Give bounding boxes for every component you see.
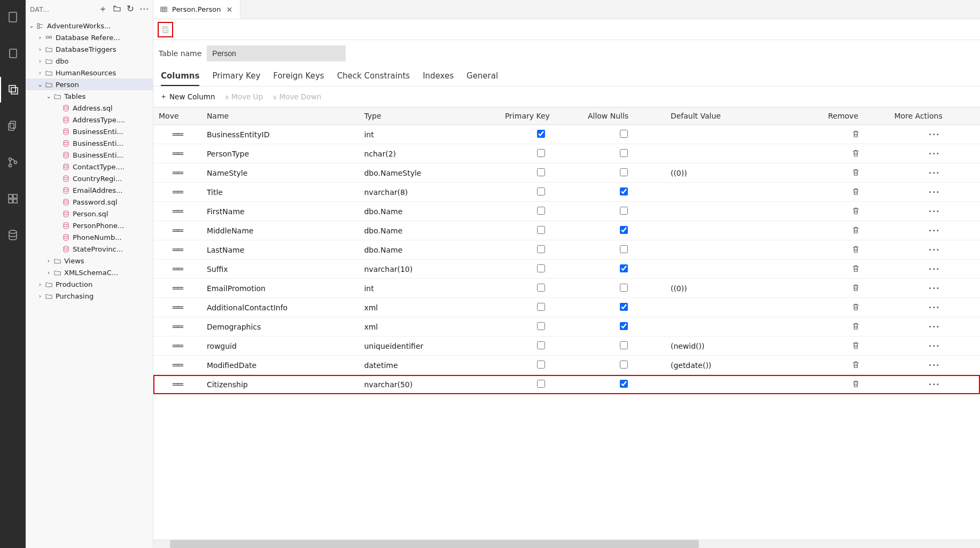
drag-handle-icon[interactable]: ══ — [173, 321, 182, 332]
allow-nulls-checkbox[interactable] — [620, 149, 628, 157]
drag-handle-icon[interactable]: ══ — [173, 340, 182, 351]
tree-file[interactable]: StateProvinc... — [26, 243, 153, 255]
cell-type[interactable]: dbo.Name — [359, 221, 500, 240]
cell-type[interactable]: int — [359, 125, 500, 144]
cell-type[interactable]: xml — [359, 298, 500, 317]
cell-type[interactable]: nvarchar(8) — [359, 183, 500, 202]
allow-nulls-checkbox[interactable] — [620, 264, 628, 272]
cell-name[interactable]: Citizenship — [201, 375, 359, 394]
drag-handle-icon[interactable]: ══ — [173, 244, 182, 255]
tree-file[interactable]: BusinessEnti... — [26, 137, 153, 149]
row-more-icon[interactable]: ··· — [929, 150, 940, 158]
cell-default[interactable]: ((0)) — [665, 163, 823, 183]
tree-file[interactable]: PersonPhone... — [26, 220, 153, 231]
cell-default[interactable] — [665, 221, 823, 240]
cell-default[interactable]: (newid()) — [665, 336, 823, 356]
delete-icon[interactable] — [851, 283, 860, 292]
activity-explorer-icon[interactable] — [0, 77, 26, 103]
primary-key-checkbox[interactable] — [537, 361, 545, 369]
horizontal-scrollbar[interactable] — [153, 539, 980, 548]
drag-handle-icon[interactable]: ══ — [173, 148, 182, 159]
cell-type[interactable]: xml — [359, 317, 500, 336]
delete-icon[interactable] — [851, 187, 860, 196]
cell-type[interactable]: nvarchar(10) — [359, 260, 500, 279]
drag-handle-icon[interactable]: ══ — [173, 283, 182, 294]
cell-default[interactable] — [665, 298, 823, 317]
activity-copy-icon[interactable] — [0, 113, 26, 139]
tree-xmlschema[interactable]: › XMLSchemaC... — [26, 267, 153, 278]
allow-nulls-checkbox[interactable] — [620, 361, 628, 369]
delete-icon[interactable] — [851, 225, 860, 234]
cell-default[interactable]: ((0)) — [665, 279, 823, 298]
cell-type[interactable]: datetime — [359, 356, 500, 375]
primary-key-checkbox[interactable] — [537, 322, 545, 330]
cell-name[interactable]: PersonType — [201, 144, 359, 163]
tree-file[interactable]: CountryRegi... — [26, 173, 153, 184]
tree-root[interactable]: ⌄ AdventureWorks... — [26, 20, 153, 32]
tree-file[interactable]: Password.sql — [26, 196, 153, 208]
delete-icon[interactable] — [851, 148, 860, 158]
row-more-icon[interactable]: ··· — [929, 303, 940, 312]
allow-nulls-checkbox[interactable] — [620, 245, 628, 253]
cell-type[interactable]: nvarchar(50) — [359, 375, 500, 394]
row-more-icon[interactable]: ··· — [929, 361, 940, 370]
move-up-button[interactable]: ∧ Move Up — [224, 92, 263, 101]
delete-icon[interactable] — [851, 322, 860, 331]
tree-file[interactable]: BusinessEnti... — [26, 126, 153, 137]
row-more-icon[interactable]: ··· — [929, 130, 940, 139]
row-more-icon[interactable]: ··· — [929, 284, 940, 293]
tab-indexes[interactable]: Indexes — [423, 71, 454, 86]
primary-key-checkbox[interactable] — [537, 207, 545, 215]
cell-name[interactable]: FirstName — [201, 202, 359, 221]
tab-check-constraints[interactable]: Check Constraints — [337, 71, 410, 86]
allow-nulls-checkbox[interactable] — [620, 284, 628, 292]
tree-file[interactable]: Person.sql — [26, 208, 153, 220]
tree-file[interactable]: Address.sql — [26, 102, 153, 114]
refresh-icon[interactable]: ↻ — [127, 4, 134, 14]
tree-file[interactable]: BusinessEnti... — [26, 149, 153, 161]
primary-key-checkbox[interactable] — [537, 380, 545, 388]
allow-nulls-checkbox[interactable] — [620, 207, 628, 215]
cell-name[interactable]: AdditionalContactInfo — [201, 298, 359, 317]
open-icon[interactable] — [113, 4, 121, 14]
tree-file[interactable]: AddressType.... — [26, 114, 153, 126]
tree-file[interactable]: ContactType.... — [26, 161, 153, 173]
cell-type[interactable]: dbo.Name — [359, 202, 500, 221]
tab-person-person[interactable]: Person.Person ✕ — [153, 0, 240, 19]
allow-nulls-checkbox[interactable] — [620, 341, 628, 349]
tab-primary-key[interactable]: Primary Key — [212, 71, 260, 86]
delete-icon[interactable] — [851, 341, 860, 350]
cell-type[interactable]: nchar(2) — [359, 144, 500, 163]
save-button[interactable] — [158, 22, 173, 37]
cell-name[interactable]: Demographics — [201, 317, 359, 336]
drag-handle-icon[interactable]: ══ — [173, 206, 182, 217]
activity-database-icon[interactable] — [0, 222, 26, 248]
cell-name[interactable]: EmailPromotion — [201, 279, 359, 298]
cell-name[interactable]: NameStyle — [201, 163, 359, 183]
drag-handle-icon[interactable]: ══ — [173, 167, 182, 178]
cell-name[interactable]: BusinessEntityID — [201, 125, 359, 144]
cell-default[interactable] — [665, 125, 823, 144]
cell-name[interactable]: Suffix — [201, 260, 359, 279]
new-column-button[interactable]: ＋New Column — [160, 92, 215, 101]
allow-nulls-checkbox[interactable] — [620, 168, 628, 176]
delete-icon[interactable] — [851, 168, 860, 177]
tablename-input[interactable] — [207, 45, 346, 61]
cell-type[interactable]: uniqueidentifier — [359, 336, 500, 356]
tree-hr[interactable]: › HumanResources — [26, 67, 153, 79]
delete-icon[interactable] — [851, 302, 860, 311]
primary-key-checkbox[interactable] — [537, 226, 545, 234]
allow-nulls-checkbox[interactable] — [620, 380, 628, 388]
cell-default[interactable] — [665, 317, 823, 336]
row-more-icon[interactable]: ··· — [929, 169, 940, 177]
tab-general[interactable]: General — [466, 71, 498, 86]
row-more-icon[interactable]: ··· — [929, 207, 940, 216]
cell-name[interactable]: ModifiedDate — [201, 356, 359, 375]
cell-default[interactable] — [665, 144, 823, 163]
cell-default[interactable] — [665, 240, 823, 260]
row-more-icon[interactable]: ··· — [929, 323, 940, 331]
drag-handle-icon[interactable]: ══ — [173, 263, 182, 275]
activity-notebook-icon[interactable] — [0, 41, 26, 66]
drag-handle-icon[interactable]: ══ — [173, 186, 182, 198]
primary-key-checkbox[interactable] — [537, 341, 545, 349]
